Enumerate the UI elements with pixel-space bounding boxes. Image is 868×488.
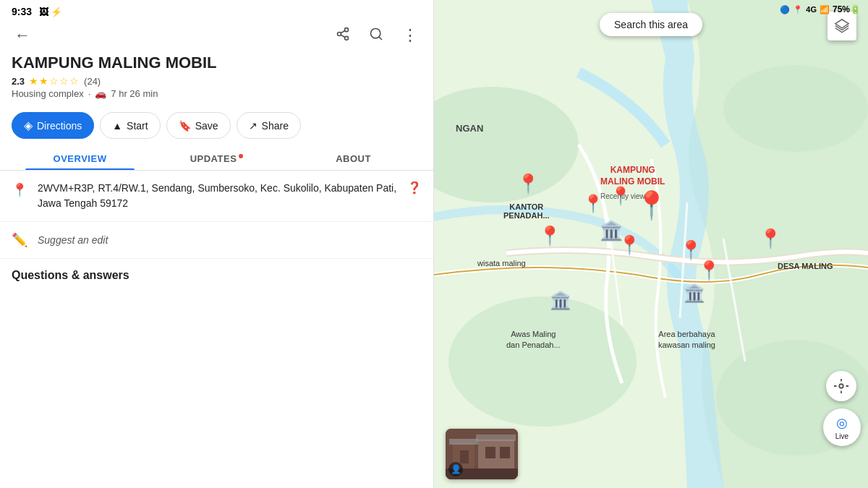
map-pin-main: 📍: [634, 189, 668, 221]
category: Housing complex: [12, 88, 84, 99]
map-pin-1: 📍: [582, 194, 604, 214]
start-label: Start: [127, 120, 148, 132]
android-status-bar: 🔵 📍 4G 📶 75%🔋: [773, 0, 868, 19]
save-button[interactable]: 🔖 Save: [166, 112, 231, 139]
svg-point-9: [723, 65, 868, 152]
gallery-icon: 🖼: [39, 7, 48, 17]
svg-rect-21: [460, 450, 469, 463]
status-icons: 🖼 ⚡: [39, 7, 62, 17]
tab-updates[interactable]: UPDATES: [148, 146, 285, 170]
speed-icon: ⚡: [51, 7, 62, 17]
address-text: 2WVM+R3P, RT.4/RW.1, Sendang, Sumbersoko…: [38, 181, 397, 211]
place-info: KAMPUNG MALING MOBIL 2.3 ★★☆☆☆ (24) Hous…: [0, 53, 433, 105]
map-pin-desa: 📍: [759, 228, 782, 250]
address-help-icon[interactable]: ❓: [407, 181, 422, 194]
share-action-button[interactable]: ↗ Share: [237, 112, 301, 139]
tabs: OVERVIEW UPDATES ABOUT: [0, 146, 433, 171]
tab-updates-label: UPDATES: [190, 153, 237, 164]
map-pin-wisata: 📍: [538, 225, 561, 247]
live-label: Live: [835, 432, 848, 440]
map-pin-area: 🏛️: [684, 283, 705, 304]
place-meta: Housing complex · 🚗 7 hr 26 min: [12, 88, 422, 99]
directions-label: Directions: [37, 120, 82, 132]
live-icon: ◎: [836, 415, 848, 431]
map-pin-5: 📍: [679, 239, 702, 262]
start-button[interactable]: ▲ Start: [100, 112, 160, 139]
updates-dot: [239, 154, 243, 158]
status-bar: 9:33 🖼 ⚡: [0, 0, 433, 20]
svg-line-4: [341, 30, 345, 33]
map-pin-awas: 🏛️: [550, 291, 571, 311]
place-name: KAMPUNG MALING MOBIL: [12, 53, 422, 72]
separator: ·: [88, 88, 91, 99]
save-label: Save: [195, 120, 218, 132]
bluetooth-icon: 🔵: [780, 5, 790, 14]
location-icon: 📍: [12, 182, 27, 198]
svg-line-3: [341, 35, 345, 37]
search-area-label: Search this area: [614, 19, 688, 30]
street-view-thumbnail[interactable]: 👤: [446, 429, 518, 479]
tab-overview-label: OVERVIEW: [54, 153, 107, 164]
save-icon: 🔖: [179, 120, 191, 132]
top-bar: ← ⋮: [0, 20, 433, 53]
svg-rect-23: [500, 447, 510, 458]
location-status-icon: 📍: [793, 5, 803, 14]
tab-about[interactable]: ABOUT: [285, 146, 422, 170]
signal-icon: 4G: [806, 5, 817, 14]
wifi-bars: 📶: [820, 5, 830, 14]
svg-point-17: [839, 384, 843, 388]
svg-rect-22: [485, 447, 495, 458]
drive-time: 7 hr 26 min: [111, 88, 158, 99]
car-icon: 🚗: [95, 88, 106, 99]
svg-rect-25: [449, 439, 478, 445]
pegman-icon: 👤: [451, 464, 461, 474]
map-pin-6: 📍: [697, 260, 720, 282]
battery-level: 75%🔋: [833, 4, 861, 14]
back-button[interactable]: ←: [12, 23, 33, 48]
status-time: 9:33: [12, 6, 32, 17]
street-view-icon-overlay: 👤: [448, 462, 463, 476]
tab-about-label: ABOUT: [336, 153, 371, 164]
share-action-icon: ↗: [249, 120, 258, 132]
address-row: 📍 2WVM+R3P, RT.4/RW.1, Sendang, Sumberso…: [0, 171, 433, 222]
top-bar-left: ←: [12, 23, 33, 48]
start-icon: ▲: [112, 120, 122, 132]
action-buttons: ◈ Directions ▲ Start 🔖 Save ↗ Share: [0, 105, 433, 146]
directions-icon: ◈: [24, 119, 33, 132]
qa-section-title: Questions & answers: [0, 259, 433, 286]
content-area: 📍 2WVM+R3P, RT.4/RW.1, Sendang, Sumberso…: [0, 171, 433, 488]
directions-button[interactable]: ◈ Directions: [12, 112, 94, 139]
map-pin-kantor: 📍: [516, 173, 540, 195]
suggest-edit-row[interactable]: ✏️ Suggest an edit: [0, 222, 433, 259]
map-pin-4: 📍: [618, 234, 641, 257]
search-area-button[interactable]: Search this area: [600, 13, 702, 36]
map-locate-button[interactable]: [826, 371, 856, 401]
svg-rect-26: [476, 435, 516, 441]
map-background: [434, 0, 868, 488]
tab-overview[interactable]: OVERVIEW: [12, 146, 148, 170]
review-count: (24): [84, 76, 101, 87]
rating-stars: ★★☆☆☆: [29, 75, 80, 87]
more-options-button[interactable]: ⋮: [399, 23, 422, 48]
svg-line-6: [379, 36, 382, 39]
left-panel: 9:33 🖼 ⚡ ← ⋮: [0, 0, 434, 488]
top-bar-right: ⋮: [333, 23, 422, 48]
search-button[interactable]: [366, 24, 386, 48]
share-button[interactable]: [333, 24, 353, 48]
right-panel: 🔵 📍 4G 📶 75%🔋 Search this area NGAN KANT…: [434, 0, 868, 488]
share-action-label: Share: [262, 120, 289, 132]
map-pin-2: 📍: [610, 186, 631, 206]
suggest-edit-text: Suggest an edit: [38, 234, 108, 246]
svg-point-10: [448, 296, 637, 427]
rating-number: 2.3: [12, 76, 25, 87]
place-rating: 2.3 ★★☆☆☆ (24): [12, 75, 422, 87]
edit-icon: ✏️: [12, 232, 27, 248]
map-live-button[interactable]: ◎ Live: [823, 408, 861, 446]
